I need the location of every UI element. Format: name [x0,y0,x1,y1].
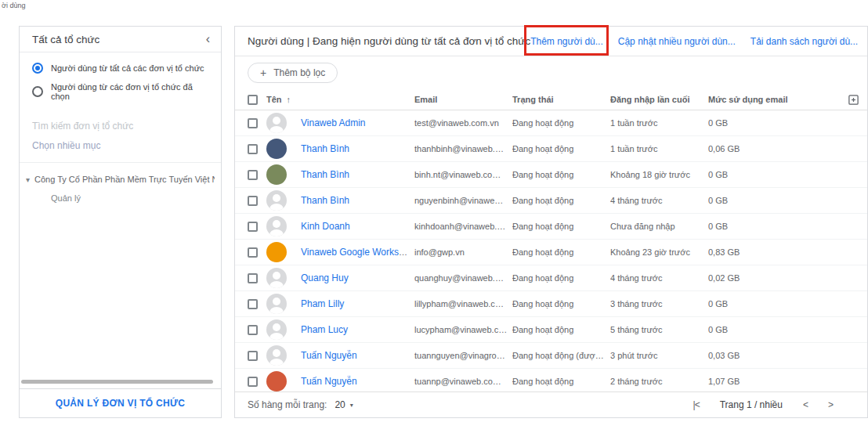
avatar [266,371,287,392]
row-checkbox[interactable] [248,196,258,206]
column-header-status[interactable]: Trạng thái [512,95,610,104]
collapse-sidebar-icon[interactable]: ‹ [206,33,210,45]
user-email: nguyenbinh@vinaweb.co... [414,196,512,205]
user-last-login: 1 tuần trước [610,118,708,128]
radio-icon[interactable] [32,63,43,74]
page-title: Người dùng | Đang hiện người dùng từ tất… [248,35,530,47]
row-checkbox[interactable] [248,273,258,283]
row-checkbox[interactable] [248,247,258,258]
user-email: kinhdoanh@vinaweb.com... [414,222,512,231]
radio-all-org-units[interactable]: Người dùng từ tất cả các đơn vị tổ chức [32,63,208,74]
row-checkbox[interactable] [248,118,258,128]
user-email: tuannp@vinaweb.com.vn [414,377,512,386]
avatar [266,294,287,314]
avatar [266,139,287,159]
avatar [266,164,287,185]
chevron-down-icon[interactable]: ▾ [350,402,353,409]
table-row[interactable]: Tuấn Nguyễn tuannp@vinaweb.com.vn Đang h… [235,369,867,392]
user-email-usage: 0,83 GB [708,247,839,257]
download-users-link[interactable]: Tải danh sách người dù... [750,36,858,47]
user-name-link[interactable]: Thanh Bình [301,143,349,154]
column-header-email-usage[interactable]: Mức sử dụng email [708,95,839,104]
table-row[interactable]: Thanh Bình nguyenbinh@vinaweb.co... Đang… [235,188,867,214]
bulk-update-users-link[interactable]: Cập nhật nhiều người dùn... [618,36,736,47]
column-header-last-login[interactable]: Đăng nhập lần cuối [610,95,708,104]
user-last-login: 2 tháng trước [610,377,708,386]
user-last-login: 4 tháng trước [610,273,708,283]
row-checkbox[interactable] [248,170,258,180]
user-name-link[interactable]: Pham Lucy [301,324,348,335]
user-name-link[interactable]: Thanh Bình [301,169,349,180]
user-email: lucypham@vinaweb.com... [414,325,512,334]
user-last-login: 5 tháng trước [610,325,708,334]
page-info: Trang 1 / nhiều [720,399,783,410]
row-checkbox[interactable] [248,325,258,335]
user-last-login: 3 phút trước [610,351,708,360]
multi-select-link[interactable]: Chọn nhiều mục [20,133,221,163]
user-email-usage: 0,02 GB [708,273,839,283]
table-row[interactable]: Quang Huy quanghuy@vinaweb.com... Đang h… [235,265,867,291]
table-row[interactable]: Kinh Doanh kinhdoanh@vinaweb.com... Đang… [235,214,867,240]
header-actions: Thêm người dù... Cập nhật nhiều người dù… [530,36,868,47]
user-email-usage: 0,03 GB [708,351,839,360]
manage-columns-icon[interactable] [839,94,867,106]
user-name-link[interactable]: Kinh Doanh [301,221,350,232]
select-all-checkbox[interactable] [248,95,258,105]
first-page-button[interactable]: |< [693,399,700,410]
avatar [266,319,287,340]
table-row[interactable]: Tuấn Nguyễn tuannguyen@vinagroup.c... Đa… [235,343,867,369]
user-last-login: Khoảng 23 giờ trước [610,247,708,257]
user-email-usage: 0 GB [708,325,839,334]
user-last-login: Chưa đăng nhập [610,222,708,231]
avatar [266,113,287,133]
tree-expand-icon[interactable]: ▾ [26,175,30,184]
user-last-login: Khoảng 18 giờ trước [610,170,708,179]
user-status: Đang hoạt động [512,170,610,179]
sidebar-title: Tất cả tổ chức [32,34,99,45]
user-last-login: 3 tháng trước [610,299,708,309]
row-checkbox[interactable] [248,144,258,154]
row-checkbox[interactable] [248,222,258,232]
table-row[interactable]: Pham Lilly lillypham@vinaweb.com.vn Đang… [235,291,867,317]
table-row[interactable]: Vinaweb Admin test@vinaweb.com.vn Đang h… [235,110,867,136]
radio-icon[interactable] [32,86,43,97]
table-row[interactable]: Thanh Bình binh.nt@vinaweb.com.vn Đang h… [235,162,867,188]
user-status: Đang hoạt động [512,118,610,128]
rows-per-page-select[interactable]: 20 [335,399,345,410]
user-table-body: Vinaweb Admin test@vinaweb.com.vn Đang h… [235,110,867,392]
add-user-link[interactable]: Thêm người dù... [530,36,603,47]
user-name-link[interactable]: Vinaweb Admin [301,117,366,128]
org-unit-search-input[interactable]: Tìm kiếm đơn vị tổ chức [20,113,221,133]
user-email-usage: 0,06 GB [708,144,839,153]
user-status: Đang hoạt động [512,273,610,283]
add-filter-button[interactable]: + Thêm bộ lọc [248,63,338,83]
org-tree-child[interactable]: Quản lý [26,184,215,203]
column-header-email[interactable]: Email [414,95,512,104]
user-name-link[interactable]: Thanh Bình [301,195,349,206]
next-page-button[interactable]: > [828,399,833,410]
table-footer: Số hàng mỗi trang: 20 ▾ |< Trang 1 / nhi… [235,392,867,417]
previous-page-button[interactable]: < [803,399,808,410]
table-row[interactable]: Thanh Bình thanhbinh@vinaweb.com... Đang… [235,136,867,162]
user-name-link[interactable]: Tuấn Nguyễn [301,350,357,361]
avatar [266,190,287,211]
user-email-usage: 0 GB [708,118,839,128]
table-row[interactable]: Pham Lucy lucypham@vinaweb.com... Đang h… [235,317,867,343]
user-name-link[interactable]: Tuấn Nguyễn [301,376,357,387]
horizontal-scrollbar[interactable] [21,380,213,384]
row-checkbox[interactable] [248,351,258,361]
avatar [266,268,287,288]
column-header-name[interactable]: Tên↑ [266,95,414,104]
org-tree-root[interactable]: ▾ Công Ty Cổ Phần Phần Mềm Trực Tuyến Vi… [26,175,215,184]
row-checkbox[interactable] [248,299,258,309]
manage-org-units-button[interactable]: QUẢN LÝ ĐƠN VỊ TỔ CHỨC [20,388,221,417]
user-name-link[interactable]: Vinaweb Google Workspace P... [301,247,414,258]
radio-selected-org-units[interactable]: Người dùng từ các đơn vị tổ chức đã chọn [32,82,208,101]
user-email-usage: 0 GB [708,222,839,231]
row-checkbox[interactable] [248,377,258,387]
user-name-link[interactable]: Quang Huy [301,272,349,283]
user-email: binh.nt@vinaweb.com.vn [414,170,512,179]
table-row[interactable]: Vinaweb Google Workspace P... info@gwp.v… [235,240,867,265]
user-name-link[interactable]: Pham Lilly [301,298,344,309]
avatar [266,216,287,236]
